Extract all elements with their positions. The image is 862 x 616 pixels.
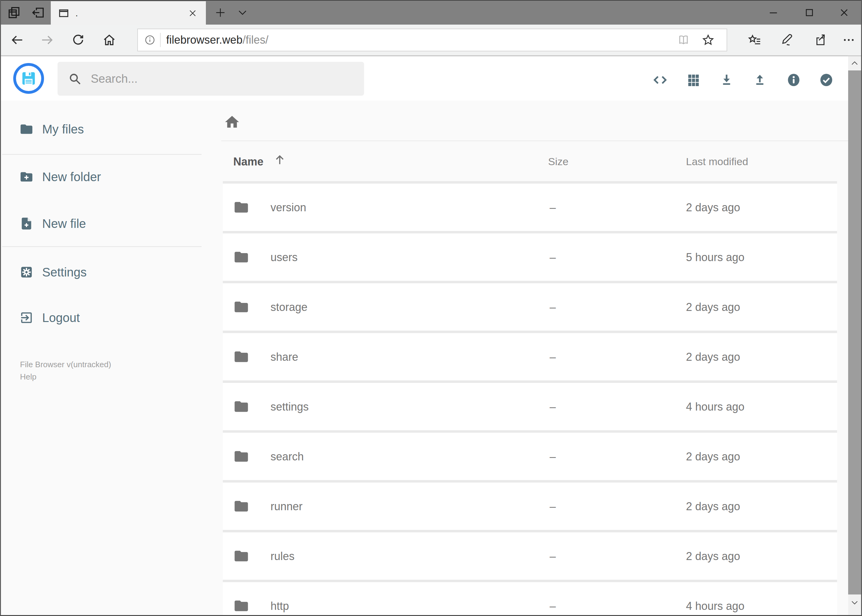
close-tab-icon[interactable] xyxy=(184,1,202,25)
file-name: http xyxy=(271,600,289,613)
file-name: settings xyxy=(271,401,309,413)
file-name: search xyxy=(271,450,304,463)
sidebar-item-label: Logout xyxy=(42,311,80,325)
folder-icon xyxy=(233,598,249,614)
file-row[interactable]: runner – 2 days ago xyxy=(223,482,837,530)
file-modified: 4 hours ago xyxy=(686,401,744,413)
maximize-button[interactable] xyxy=(793,1,826,25)
share-button[interactable] xyxy=(811,25,831,55)
search-icon xyxy=(68,72,82,85)
upload-button[interactable] xyxy=(752,72,767,87)
more-icon xyxy=(842,33,856,47)
sidebar-item-new-file[interactable]: New file xyxy=(1,205,213,242)
file-row[interactable]: version – 2 days ago xyxy=(223,184,837,231)
file-size: – xyxy=(550,201,556,214)
file-name: rules xyxy=(271,550,295,563)
sidebar-item-label: New file xyxy=(42,217,86,231)
file-row[interactable]: rules – 2 days ago xyxy=(223,532,837,580)
help-link[interactable]: Help xyxy=(20,371,111,383)
file-row[interactable]: http – 4 hours ago xyxy=(223,582,837,615)
sidebar-divider xyxy=(2,246,202,247)
breadcrumb-home[interactable] xyxy=(224,113,241,131)
settings-gear-icon xyxy=(19,265,33,279)
sort-ascending-icon[interactable] xyxy=(273,153,287,167)
folder-icon xyxy=(233,349,249,365)
column-size[interactable]: Size xyxy=(548,156,569,168)
titlebar: . xyxy=(1,0,861,25)
reading-view-icon[interactable] xyxy=(674,29,693,51)
show-tabs-aside-button[interactable] xyxy=(5,1,23,25)
minimize-button[interactable] xyxy=(756,1,790,25)
select-button[interactable] xyxy=(819,72,834,87)
new-tab-button[interactable] xyxy=(211,1,229,25)
file-modified: 5 hours ago xyxy=(686,251,744,264)
file-modified: 2 days ago xyxy=(686,550,740,563)
file-row[interactable]: settings – 4 hours ago xyxy=(223,383,837,430)
breadcrumb-divider xyxy=(221,141,848,141)
file-row[interactable]: storage – 2 days ago xyxy=(223,283,837,331)
scroll-up-icon[interactable] xyxy=(848,56,861,71)
pen-icon xyxy=(780,33,794,47)
file-size: – xyxy=(550,600,556,613)
address-bar[interactable]: filebrowser.web/files/ xyxy=(137,28,727,51)
app-logo[interactable] xyxy=(13,63,44,94)
address-divider xyxy=(160,33,161,47)
file-modified: 2 days ago xyxy=(686,500,740,513)
folder-icon xyxy=(233,548,249,564)
file-name: storage xyxy=(271,301,307,314)
set-tabs-aside-icon xyxy=(31,6,45,20)
sidebar-item-my-files[interactable]: My files xyxy=(1,111,213,148)
sidebar-footer: File Browser v(untracked) Help xyxy=(20,358,111,383)
close-window-button[interactable] xyxy=(827,1,861,25)
home-icon xyxy=(224,114,240,130)
file-modified: 2 days ago xyxy=(686,350,740,363)
tab-dropdown-button[interactable] xyxy=(233,1,251,25)
code-button[interactable] xyxy=(653,72,668,87)
file-modified: 2 days ago xyxy=(686,450,740,463)
folder-icon xyxy=(233,448,249,464)
folder-icon xyxy=(233,399,249,415)
sidebar-item-logout[interactable]: Logout xyxy=(1,299,213,336)
column-name[interactable]: Name xyxy=(233,155,263,168)
page-scrollbar[interactable] xyxy=(848,56,861,615)
favorite-star-icon[interactable] xyxy=(699,29,717,51)
set-tabs-aside-button[interactable] xyxy=(29,1,47,25)
scrollbar-thumb[interactable] xyxy=(848,71,861,594)
new-file-icon xyxy=(19,217,33,231)
sidebar-item-settings[interactable]: Settings xyxy=(1,254,213,291)
page-info-icon[interactable] xyxy=(144,34,156,46)
home-button[interactable] xyxy=(99,25,120,55)
file-modified: 2 days ago xyxy=(686,301,740,314)
column-modified[interactable]: Last modified xyxy=(686,156,748,168)
file-row[interactable]: share – 2 days ago xyxy=(223,333,837,380)
hub-button[interactable] xyxy=(744,25,765,55)
download-button[interactable] xyxy=(719,72,734,87)
file-row[interactable]: users – 5 hours ago xyxy=(223,233,837,281)
content-area: My files New folder New file xyxy=(1,101,848,615)
grid-view-button[interactable] xyxy=(686,72,701,87)
file-modified: 4 hours ago xyxy=(686,600,744,613)
sidebar-item-label: My files xyxy=(42,123,84,136)
refresh-button[interactable] xyxy=(68,25,88,55)
forward-button[interactable] xyxy=(37,25,57,55)
file-list: version – 2 days ago users – 5 hours ago… xyxy=(223,181,837,615)
search-input[interactable] xyxy=(90,72,337,86)
new-folder-icon xyxy=(19,170,33,184)
file-row[interactable]: search – 2 days ago xyxy=(223,433,837,480)
file-modified: 2 days ago xyxy=(686,201,740,214)
url-path: /files/ xyxy=(243,33,268,46)
annotate-button[interactable] xyxy=(777,25,797,55)
search-bar[interactable] xyxy=(58,62,364,96)
file-name: share xyxy=(271,350,298,363)
browser-window: . xyxy=(0,0,862,616)
file-name: version xyxy=(271,201,306,214)
tab[interactable]: . xyxy=(51,1,206,25)
folder-icon xyxy=(233,249,249,265)
url-text: filebrowser.web/files/ xyxy=(166,33,268,46)
back-button[interactable] xyxy=(7,25,27,55)
more-button[interactable] xyxy=(838,25,859,55)
folder-icon xyxy=(233,498,249,514)
info-button[interactable] xyxy=(786,72,801,87)
scroll-down-icon[interactable] xyxy=(848,596,861,610)
file-size: – xyxy=(550,550,556,563)
